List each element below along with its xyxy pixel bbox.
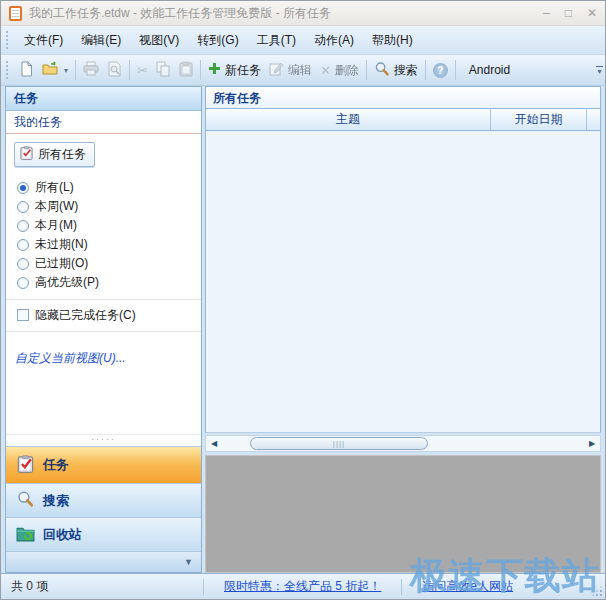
filter-label: 所有(L)	[35, 179, 74, 196]
open-folder-icon	[42, 61, 59, 79]
edit-task-label: 编辑	[288, 62, 312, 79]
search-button[interactable]: 搜索	[370, 58, 422, 82]
sidebar-panel-title: 任务	[6, 87, 201, 111]
radio-icon[interactable]	[17, 201, 29, 213]
paste-button[interactable]	[175, 58, 197, 82]
window-controls: – □ ✕	[543, 7, 597, 19]
divider	[6, 299, 201, 300]
app-icon	[9, 6, 22, 21]
menu-tools[interactable]: 工具(T)	[248, 28, 305, 53]
filter-high-priority[interactable]: 高优先级(P)	[17, 273, 201, 292]
open-file-button[interactable]: ▾	[38, 58, 72, 82]
toolbar-overflow-button[interactable]: ▾	[596, 66, 603, 75]
delete-task-button[interactable]: ✕ 删除	[316, 58, 363, 82]
print-preview-button[interactable]	[103, 58, 126, 82]
status-bar: 共 0 项 限时特惠：全线产品 5 折起！ 访问高效e人网站	[1, 573, 605, 599]
account-label: Android	[469, 63, 510, 77]
search-magnifier-icon	[16, 490, 35, 512]
sidebar-splitter-handle[interactable]: ·····	[6, 434, 201, 446]
plus-icon	[208, 62, 221, 78]
resize-grip[interactable]	[591, 585, 602, 596]
nav-search[interactable]: 搜索	[6, 483, 201, 517]
paste-icon	[179, 61, 193, 80]
tasks-clipboard-icon	[16, 454, 35, 477]
filter-not-expired[interactable]: 未过期(N)	[17, 235, 201, 254]
new-file-icon	[19, 61, 34, 80]
task-list-area[interactable]	[205, 131, 601, 433]
menu-edit[interactable]: 编辑(E)	[72, 28, 130, 53]
toolbar-separator	[425, 60, 426, 80]
scroll-left-arrow-icon[interactable]: ◀	[206, 436, 222, 451]
chevron-down-icon: ▾	[597, 68, 601, 75]
radio-icon[interactable]	[17, 239, 29, 251]
customize-view-link[interactable]: 自定义当前视图(U)...	[15, 350, 201, 367]
filter-this-week[interactable]: 本周(W)	[17, 197, 201, 216]
copy-button[interactable]	[152, 58, 175, 82]
toolbar-separator	[75, 60, 76, 80]
menu-bar: 文件(F) 编辑(E) 视图(V) 转到(G) 工具(T) 动作(A) 帮助(H…	[1, 26, 605, 55]
help-icon: ?	[433, 63, 448, 78]
filter-label: 已过期(O)	[35, 255, 88, 272]
menu-view[interactable]: 视图(V)	[130, 28, 188, 53]
toolbar-separator	[200, 60, 201, 80]
radio-icon[interactable]	[17, 258, 29, 270]
scrollbar-thumb[interactable]: ||||	[250, 437, 428, 450]
print-icon	[83, 61, 99, 79]
my-tasks-group-label: 我的任务	[6, 111, 201, 134]
toolbar-separator	[455, 60, 456, 80]
filter-label: 本周(W)	[35, 198, 78, 215]
menu-actions[interactable]: 动作(A)	[305, 28, 363, 53]
filter-all[interactable]: 所有(L)	[17, 178, 201, 197]
new-task-label: 新任务	[225, 62, 261, 79]
menu-help[interactable]: 帮助(H)	[363, 28, 422, 53]
edit-task-button[interactable]: 编辑	[265, 58, 316, 82]
all-tasks-button[interactable]: 所有任务	[14, 142, 95, 167]
column-header-stub	[587, 109, 600, 131]
nav-search-label: 搜索	[43, 492, 69, 510]
toolbar-grip	[6, 61, 10, 79]
clipboard-check-icon	[19, 145, 34, 164]
nav-recycle-bin[interactable]: 回收站	[6, 517, 201, 551]
status-separator	[401, 579, 402, 595]
recycle-bin-icon	[16, 525, 35, 545]
site-link[interactable]: 访问高效e人网站	[422, 578, 513, 595]
radio-icon[interactable]	[17, 277, 29, 289]
filter-expired[interactable]: 已过期(O)	[17, 254, 201, 273]
open-dropdown-caret-icon[interactable]: ▾	[64, 66, 68, 75]
toolbar-separator	[366, 60, 367, 80]
close-icon[interactable]: ✕	[587, 7, 597, 19]
column-header-subject[interactable]: 主题	[206, 109, 491, 131]
new-file-button[interactable]	[15, 58, 38, 82]
divider	[6, 331, 201, 332]
all-tasks-button-label: 所有任务	[38, 146, 86, 163]
promo-link[interactable]: 限时特惠：全线产品 5 折起！	[224, 578, 381, 595]
account-selector[interactable]: Android	[459, 58, 520, 82]
minimize-icon[interactable]: –	[543, 7, 550, 19]
cut-button[interactable]: ✂	[133, 58, 152, 82]
checkbox-icon[interactable]	[17, 309, 29, 321]
toolbar: ▾ ✂	[1, 55, 605, 86]
new-task-button[interactable]: 新任务	[204, 58, 265, 82]
nav-collapse-bar[interactable]: ▼	[6, 551, 201, 572]
hide-completed-checkbox-row[interactable]: 隐藏已完成任务(C)	[6, 306, 201, 324]
task-filters: 所有(L) 本周(W) 本月(M) 未过期(N) 已过期(O)	[6, 178, 201, 292]
filter-label: 未过期(N)	[35, 236, 88, 253]
sidebar-body: 我的任务 所有任务 所有(L) 本周(W) 本月(M)	[6, 111, 201, 434]
search-label: 搜索	[394, 62, 418, 79]
menu-goto[interactable]: 转到(G)	[188, 28, 247, 53]
radio-icon[interactable]	[17, 220, 29, 232]
help-button[interactable]: ?	[429, 58, 452, 82]
horizontal-scrollbar[interactable]: ◀ |||| ▶	[205, 435, 601, 452]
radio-icon[interactable]	[17, 182, 29, 194]
maximize-icon[interactable]: □	[565, 7, 572, 19]
menu-grip	[6, 31, 10, 49]
column-header-start-date[interactable]: 开始日期	[491, 109, 587, 131]
menu-file[interactable]: 文件(F)	[15, 28, 72, 53]
delete-x-icon: ✕	[320, 64, 331, 77]
cut-icon: ✂	[137, 64, 148, 77]
filter-this-month[interactable]: 本月(M)	[17, 216, 201, 235]
print-button[interactable]	[79, 58, 103, 82]
scroll-right-arrow-icon[interactable]: ▶	[584, 436, 600, 451]
task-grid-header: 主题 开始日期	[205, 109, 601, 131]
nav-tasks[interactable]: 任务	[6, 446, 201, 483]
